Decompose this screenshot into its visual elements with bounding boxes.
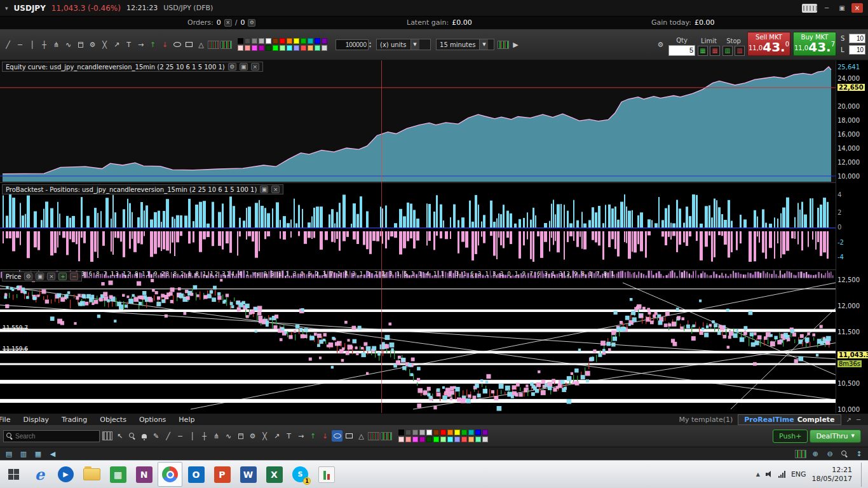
color-swatch[interactable] xyxy=(398,437,404,442)
color-swatch[interactable] xyxy=(301,38,306,44)
color-swatch[interactable] xyxy=(482,437,488,442)
language-indicator[interactable]: ENG xyxy=(791,470,806,478)
symbol-dropdown-caret[interactable]: ▾ xyxy=(5,5,8,11)
color-swatch[interactable] xyxy=(412,437,418,442)
color-swatch[interactable] xyxy=(412,430,418,435)
color-swatch[interactable] xyxy=(475,430,481,435)
orders-gear-icon[interactable]: ⚙ xyxy=(248,19,255,27)
trend-line-icon[interactable]: ╱ xyxy=(3,39,13,50)
color-swatch[interactable] xyxy=(475,437,481,442)
alert-icon[interactable] xyxy=(139,430,149,442)
color-swatch[interactable] xyxy=(461,430,467,435)
color-swatch[interactable] xyxy=(419,430,425,435)
expand-toolbar-icon[interactable]: ▶ xyxy=(510,39,521,50)
prorealtime-tab[interactable]: ProRealTime Complete xyxy=(738,414,841,425)
chrome-icon[interactable] xyxy=(158,462,182,487)
ellipse-tool-icon[interactable] xyxy=(332,430,342,442)
back-arrow-icon[interactable]: ◀ xyxy=(47,449,58,459)
color-swatch[interactable] xyxy=(287,45,292,51)
zigzag-icon[interactable]: ∿ xyxy=(63,39,74,50)
color-swatch[interactable] xyxy=(482,430,488,435)
color-swatch[interactable] xyxy=(322,45,327,51)
color-swatch[interactable] xyxy=(468,437,474,442)
arrow-tool-icon[interactable]: ↗ xyxy=(111,39,122,50)
media-player-icon[interactable]: ▶ xyxy=(53,462,78,487)
text-tool-icon[interactable]: T xyxy=(283,430,294,442)
internet-explorer-icon[interactable]: e xyxy=(27,462,52,487)
menu-item-trading[interactable]: Trading xyxy=(62,416,87,424)
color-swatch[interactable] xyxy=(287,38,292,44)
chart-style-green-icon[interactable] xyxy=(220,39,232,50)
color-swatch[interactable] xyxy=(280,38,285,44)
menu-item-display[interactable]: Display xyxy=(23,416,49,424)
cross-line-icon[interactable]: ┼ xyxy=(199,430,210,442)
close-icon[interactable]: × xyxy=(47,273,55,280)
wrench-icon[interactable]: ⚙ xyxy=(228,63,236,71)
limit-preset-input[interactable] xyxy=(849,45,865,55)
color-swatch[interactable] xyxy=(433,437,439,442)
color-swatch[interactable] xyxy=(294,45,299,51)
word-icon[interactable]: W xyxy=(236,462,261,487)
vertical-line-icon[interactable]: │ xyxy=(187,430,198,442)
close-button[interactable]: × xyxy=(851,3,863,13)
show-desktop-button[interactable] xyxy=(861,463,865,487)
pitchfork-icon[interactable]: ⋔ xyxy=(211,430,222,442)
color-swatch[interactable] xyxy=(238,45,243,51)
vertical-line-icon[interactable]: │ xyxy=(27,39,37,50)
color-swatch[interactable] xyxy=(440,430,446,435)
trend-line-icon[interactable]: ╱ xyxy=(163,430,173,442)
volume-icon[interactable] xyxy=(766,471,773,478)
zoom-in-icon[interactable]: + xyxy=(58,273,67,280)
spinner-arrows[interactable]: ▴▾ xyxy=(369,41,371,48)
timeframe-select[interactable]: 15 minutes ▼ xyxy=(436,39,494,50)
arrow-right-icon[interactable]: → xyxy=(295,430,306,442)
tray-chevron-icon[interactable]: ▲ xyxy=(756,471,760,477)
keyboard-icon[interactable] xyxy=(802,4,817,13)
color-swatch[interactable] xyxy=(468,430,474,435)
sell-market-button[interactable]: Sell MKT 11,0 43. 0 xyxy=(747,32,790,56)
price-panel[interactable]: 3 6 8 7 13 12 8 11 9 23 8 2 1 8 1 12 314… xyxy=(0,270,836,413)
trash-icon[interactable] xyxy=(235,430,246,442)
color-swatch[interactable] xyxy=(273,45,278,51)
ellipse-tool-icon[interactable] xyxy=(172,39,182,50)
excel-icon[interactable]: X xyxy=(262,462,287,487)
template-label[interactable]: My template(1) xyxy=(679,416,733,424)
stop-sell-icon[interactable]: ▥ xyxy=(735,46,745,56)
rectangle-tool-icon[interactable] xyxy=(344,430,355,442)
close-icon[interactable]: × xyxy=(251,63,259,71)
layout-2-icon[interactable]: ▥ xyxy=(18,449,29,459)
color-swatch[interactable] xyxy=(454,437,460,442)
chart-mode-icon[interactable] xyxy=(795,449,806,459)
color-swatch[interactable] xyxy=(454,430,460,435)
cross-line-icon[interactable]: ┼ xyxy=(39,39,50,50)
trade-qty-input[interactable] xyxy=(668,45,695,56)
color-swatch[interactable] xyxy=(433,430,439,435)
arrow-up-icon[interactable]: ↑ xyxy=(308,430,318,442)
color-swatch[interactable] xyxy=(315,45,320,51)
horizontal-line-icon[interactable]: ─ xyxy=(15,39,25,50)
limit-sell-icon[interactable]: ▦ xyxy=(710,46,720,56)
arrow-right-icon[interactable]: → xyxy=(135,39,146,50)
powerpoint-icon[interactable]: P xyxy=(210,462,234,487)
order-quantity-input[interactable] xyxy=(336,39,369,50)
zoom-icon[interactable] xyxy=(126,430,137,442)
color-swatch[interactable] xyxy=(461,437,467,442)
color-swatch[interactable] xyxy=(245,38,250,44)
triangle-tool-icon[interactable]: △ xyxy=(196,39,207,50)
color-swatch[interactable] xyxy=(419,437,425,442)
minimize-icon[interactable]: ─ xyxy=(857,416,860,423)
zigzag-icon[interactable]: ∿ xyxy=(223,430,234,442)
tools-icon[interactable]: ⚙ xyxy=(247,430,258,442)
zoom-out-icon[interactable]: ⊖ xyxy=(824,449,836,459)
color-swatch[interactable] xyxy=(322,38,327,44)
color-swatch[interactable] xyxy=(266,45,271,51)
window-icon[interactable]: ▣ xyxy=(240,63,248,71)
chart-style-red-icon[interactable] xyxy=(208,39,219,50)
horizontal-line-icon[interactable]: ─ xyxy=(175,430,186,442)
dealthru-button[interactable]: DealThru ▼ xyxy=(810,430,861,443)
color-swatch[interactable] xyxy=(238,38,243,44)
color-swatch[interactable] xyxy=(280,45,285,51)
order-settings-icon[interactable]: ⚙ xyxy=(655,39,666,51)
cross-tool-icon[interactable]: ╳ xyxy=(99,39,110,50)
scroll-icons[interactable]: ↕ xyxy=(853,449,865,459)
